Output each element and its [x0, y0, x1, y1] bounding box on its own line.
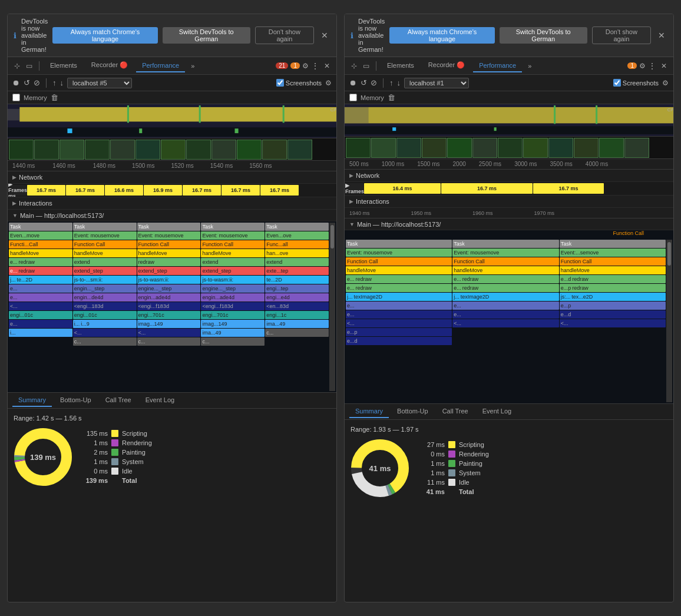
tab-overflow-1[interactable]: » [187, 61, 198, 71]
tab-recorder-1[interactable]: Recorder 🔴 [85, 59, 134, 72]
thumb-2-2[interactable] [371, 138, 396, 158]
upload-icon-1[interactable]: ↑ [52, 78, 57, 87]
frame-bar-2-2[interactable]: 16.7 ms [441, 183, 533, 194]
fb-extend-1-5[interactable]: exte...tep [265, 267, 329, 275]
tab-elements-2[interactable]: Elements [381, 59, 420, 72]
timeline-area-1[interactable]: CPU NET [8, 104, 336, 138]
refresh-btn-2[interactable]: ↺ [361, 78, 367, 87]
thumb-6[interactable] [135, 140, 160, 160]
fb-handle-1-3[interactable]: handleMove [137, 249, 201, 257]
thumb-2-11[interactable] [599, 138, 624, 158]
flame-scrollbar-1[interactable] [329, 223, 335, 391]
fb-handle-1-4[interactable]: handleMove [201, 249, 265, 257]
fb2-redraw-2[interactable]: e...redraw [452, 275, 558, 283]
fb2-redraw2-1[interactable]: e...redraw [346, 284, 452, 292]
frame-bar-5[interactable]: 16.7 ms [183, 185, 221, 196]
fb-extend-1-1[interactable]: e...redraw [9, 267, 72, 275]
fb2-eng-3[interactable]: e...p [560, 302, 666, 310]
fb2-js-1[interactable]: j...texImage2D [346, 293, 452, 301]
record-btn-1[interactable]: ⏺ [12, 78, 20, 87]
fb2-func-2[interactable]: Function Call [452, 257, 558, 266]
fb2-dark3-1[interactable]: e...p [346, 328, 452, 336]
thumb-2[interactable] [34, 140, 59, 160]
fb-func-1-2[interactable]: Function Call [73, 240, 137, 249]
frame-bar-2-3[interactable]: 16.7 ms [533, 183, 604, 194]
fb2-handle-1[interactable]: handleMove [346, 266, 452, 274]
frame-bar-6[interactable]: 16.7 ms [222, 185, 260, 196]
fb-extend-1-4[interactable]: extend_step [201, 267, 265, 275]
fb2-dark-3[interactable]: e...d [560, 310, 666, 319]
interactions-track-header-2[interactable]: ▶ Interactions [345, 196, 673, 207]
fb-redraw-1-2[interactable]: extend [73, 258, 137, 266]
tab-performance-2[interactable]: Performance [473, 59, 522, 72]
thumb-9[interactable] [211, 140, 236, 160]
upload-icon-2[interactable]: ↑ [389, 78, 394, 87]
fb-extend-1-3[interactable]: extend_step [137, 267, 201, 275]
thumb-2-6[interactable] [472, 138, 497, 158]
record-btn-2[interactable]: ⏺ [349, 78, 357, 87]
fb-handle-1-1[interactable]: handleMove [9, 249, 72, 257]
flame-chart-2[interactable]: Task Event: mousemove Function Call hand… [345, 239, 673, 403]
thumb-7[interactable] [161, 140, 186, 160]
screenshots-checkbox-2[interactable]: Screenshots [613, 79, 659, 87]
fb-handle-1-5[interactable]: han...ove [265, 249, 329, 257]
fb-gray-1-2[interactable]: c... [73, 337, 137, 346]
refresh-btn-1[interactable]: ↺ [24, 78, 30, 87]
fb2-dark-1[interactable]: e... [346, 310, 452, 319]
frame-bar-2[interactable]: 16.7 ms [66, 185, 104, 196]
fb2-dark2-3[interactable]: <... [560, 319, 666, 327]
fb-redraw-1-4[interactable]: extend [201, 258, 265, 266]
clear-btn-1[interactable]: ⊘ [34, 78, 40, 87]
fb-eng-1-4[interactable]: engine..._step [201, 284, 265, 293]
fb-engi-1-3[interactable]: engin...ade4d [137, 293, 201, 302]
frame-bar-4[interactable]: 16.9 ms [144, 185, 182, 196]
thumb-12[interactable] [287, 140, 312, 160]
fb-js-1-3[interactable]: js-to-wasm:ii: [137, 276, 201, 284]
thumb-5[interactable] [110, 140, 135, 160]
fb-engi01-1-1[interactable]: engi...01c [9, 311, 72, 319]
tab-overflow-2[interactable]: » [524, 61, 535, 71]
thumb-2-8[interactable] [523, 138, 548, 158]
fb-engi01-1-4[interactable]: engi...701c [201, 311, 265, 319]
fb-eng-1-1[interactable]: e... [9, 284, 72, 293]
fb2-js-2[interactable]: j...texImage2D [452, 293, 558, 301]
flame-bar-task-1-4[interactable]: Task [201, 223, 265, 231]
thumb-3[interactable] [59, 140, 84, 160]
fb-event-1-2[interactable]: Event: mousemove [73, 231, 137, 240]
flame-chart-1[interactable]: Task Even...move Functi...Call handleMov… [8, 221, 336, 392]
fb-event-1-3[interactable]: Event: mousemove [137, 231, 201, 240]
close-devtools-1[interactable]: ✕ [322, 61, 332, 71]
fb-dark-1-5[interactable]: <en...83d [265, 302, 329, 310]
fb-js-1-4[interactable]: js-to-wasm:ii: [201, 276, 265, 284]
thumb-8[interactable] [186, 140, 211, 160]
frame-bar-3[interactable]: 16.6 ms [105, 185, 143, 196]
fb-gray-1-4[interactable]: c... [201, 337, 265, 346]
fb2-js-3[interactable]: js:...tex...e2D [560, 293, 666, 301]
thumb-2-12[interactable] [624, 138, 649, 158]
fb-dark2-1-3[interactable]: <... [137, 329, 201, 337]
fb-imag-1-1[interactable]: i... [9, 329, 72, 337]
fb2-event-1[interactable]: Event: mousemove [346, 249, 452, 257]
url-select-2[interactable]: localhost #1 [404, 78, 469, 88]
close-devtools-2[interactable]: ✕ [659, 61, 669, 71]
tab-recorder-2[interactable]: Recorder 🔴 [422, 59, 471, 72]
fb-func-1-1[interactable]: Functi...Call [9, 240, 72, 249]
fb-engi01-1-3[interactable]: engi...701c [137, 311, 201, 319]
fb-redraw-1-3[interactable]: redraw [137, 258, 201, 266]
fb-dark2-1-2[interactable]: <... [73, 329, 137, 337]
bottom-tab-eventlog-1[interactable]: Event Log [140, 394, 181, 407]
bottom-tab-eventlog-2[interactable]: Event Log [477, 405, 518, 418]
fb-redraw-1-1[interactable]: e...redraw [9, 258, 72, 266]
bottom-tab-bottomup-1[interactable]: Bottom-Up [54, 394, 97, 407]
fb-event-1-1[interactable]: Even...move [9, 231, 72, 240]
fb2-func-1[interactable]: Function Call [346, 257, 452, 266]
frame-bar-1[interactable]: 16.7 ms [27, 185, 65, 196]
fb-engi-1-1[interactable]: e... [9, 293, 72, 302]
fb2-dark-2[interactable]: e... [452, 310, 558, 319]
fb-engi01-1-5[interactable]: engi...1c [265, 311, 329, 319]
fb-dark-1-1[interactable]: <... [9, 302, 72, 310]
fb2-dark2-1[interactable]: <... [346, 319, 452, 327]
fb-gray-1-3[interactable]: c... [137, 337, 201, 346]
frame-bar-2-1[interactable]: 16.4 ms [364, 183, 441, 194]
device-icon-2[interactable]: ▭ [361, 61, 371, 71]
